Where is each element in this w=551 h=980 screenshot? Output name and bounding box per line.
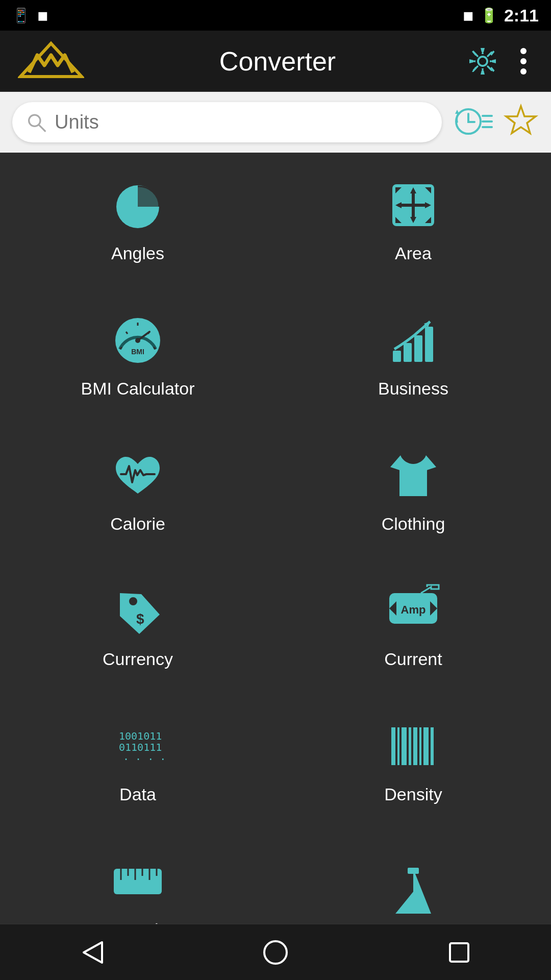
status-right-icons: ◼ 🔋 2:11	[463, 6, 539, 26]
grid-item-density[interactable]: Density	[276, 694, 551, 829]
svg-rect-35	[393, 351, 401, 362]
calorie-label: Calorie	[110, 514, 165, 534]
clothing-label: Clothing	[382, 514, 445, 534]
settings-button[interactable]	[468, 47, 497, 76]
clothing-icon	[385, 448, 441, 504]
area-label: Area	[395, 243, 432, 263]
svg-marker-13	[506, 106, 536, 133]
bmi-icon: BMI	[110, 312, 166, 369]
grid-item-calorie[interactable]: Calorie	[0, 423, 276, 558]
svg-text:. . . .: . . . .	[123, 750, 166, 763]
grid-item-area[interactable]: Area	[276, 153, 551, 288]
grid-container: Angles Area	[0, 153, 551, 964]
sim-icon: ◼	[463, 8, 474, 23]
svg-point-3	[520, 48, 527, 54]
back-icon	[77, 937, 107, 968]
density-icon	[385, 718, 441, 774]
svg-text:Amp: Amp	[401, 603, 426, 616]
calorie-icon	[110, 448, 166, 504]
search-bar-container	[0, 92, 551, 153]
history-button[interactable]	[452, 105, 493, 140]
status-left-icons: 📱 ◼	[12, 7, 48, 24]
svg-rect-55	[423, 727, 429, 765]
svg-point-4	[520, 58, 527, 64]
grid-item-bmi[interactable]: BMI BMI Calculator	[0, 288, 276, 423]
favorites-button[interactable]	[503, 104, 539, 141]
grid-item-clothing[interactable]: Clothing	[276, 423, 551, 558]
currency-icon: $	[110, 583, 166, 639]
grid-item-currency[interactable]: $ Currency	[0, 558, 276, 694]
history-icon	[452, 105, 493, 138]
more-options-button[interactable]	[511, 46, 536, 77]
grid-item-angles[interactable]: Angles	[0, 153, 276, 288]
angles-label: Angles	[111, 243, 164, 263]
app-logo	[15, 38, 87, 84]
search-actions	[452, 104, 539, 141]
svg-point-40	[129, 597, 137, 605]
status-time: 2:11	[504, 6, 539, 26]
svg-rect-37	[414, 335, 422, 362]
data-icon: 1001011 0110111 . . . .	[110, 718, 166, 774]
area-icon	[385, 177, 441, 233]
length-icon	[110, 853, 166, 910]
svg-rect-64	[408, 868, 419, 874]
phone-icon: 📱	[12, 7, 30, 24]
header-actions	[468, 46, 536, 77]
svg-point-2	[478, 57, 487, 66]
grid-item-data[interactable]: 1001011 0110111 . . . . Data	[0, 694, 276, 829]
svg-rect-50	[397, 727, 399, 765]
logo-svg	[18, 41, 84, 82]
grid-item-current[interactable]: Amp Current	[276, 558, 551, 694]
svg-point-66	[264, 941, 287, 964]
angles-icon	[110, 177, 166, 233]
gear-icon	[468, 47, 497, 76]
status-bar: 📱 ◼ ◼ 🔋 2:11	[0, 0, 551, 31]
search-input-wrapper[interactable]	[12, 102, 442, 142]
back-button[interactable]	[77, 937, 107, 968]
bmi-label: BMI Calculator	[81, 379, 195, 399]
recents-icon	[444, 937, 474, 968]
svg-rect-52	[409, 727, 411, 765]
svg-rect-49	[391, 727, 395, 765]
page-title: Converter	[87, 46, 468, 77]
svg-point-33	[135, 338, 140, 343]
svg-rect-53	[413, 727, 417, 765]
svg-point-5	[520, 68, 527, 75]
bottom-nav	[0, 924, 551, 980]
search-icon	[27, 112, 46, 133]
svg-rect-56	[431, 727, 434, 765]
home-icon	[260, 937, 291, 968]
svg-rect-67	[450, 943, 468, 962]
star-icon	[503, 104, 539, 139]
current-icon: Amp	[385, 583, 441, 639]
search-input[interactable]	[55, 111, 428, 133]
app-header: Converter	[0, 31, 551, 92]
current-label: Current	[384, 649, 442, 669]
currency-label: Currency	[103, 649, 173, 669]
svg-rect-54	[419, 727, 421, 765]
density-label: Density	[384, 785, 442, 804]
svg-rect-51	[402, 727, 407, 765]
data-label: Data	[119, 785, 156, 804]
svg-rect-36	[404, 343, 412, 362]
home-button[interactable]	[260, 937, 291, 968]
business-icon	[385, 312, 441, 369]
volume-icon	[385, 864, 441, 920]
svg-rect-38	[425, 327, 433, 362]
business-label: Business	[378, 379, 448, 399]
svg-marker-12	[455, 110, 459, 114]
notification-icon: ◼	[37, 8, 48, 23]
svg-line-7	[39, 125, 45, 131]
svg-text:BMI: BMI	[131, 348, 144, 356]
svg-text:$: $	[136, 611, 144, 627]
more-dots-icon	[511, 46, 536, 77]
recents-button[interactable]	[444, 937, 474, 968]
battery-icon: 🔋	[480, 7, 498, 24]
svg-text:1001011: 1001011	[119, 730, 162, 742]
svg-marker-65	[84, 942, 102, 963]
grid-item-business[interactable]: Business	[276, 288, 551, 423]
